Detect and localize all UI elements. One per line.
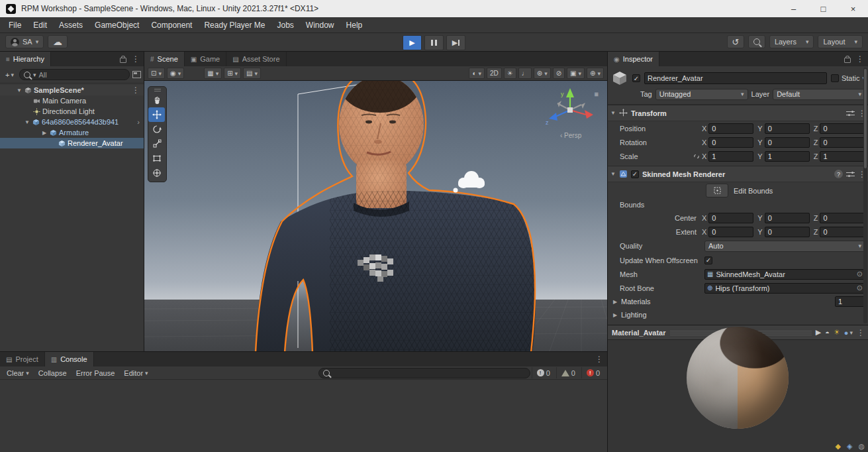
position-y-field[interactable]: 0	[765, 123, 810, 134]
extent-y-field[interactable]: 0	[765, 227, 810, 237]
tab-console[interactable]: ▥ Console	[45, 352, 94, 367]
foldout-icon[interactable]: ▼	[16, 87, 23, 93]
quality-dropdown[interactable]: Auto▾	[704, 241, 865, 252]
collapse-toggle[interactable]: Collapse	[34, 367, 71, 378]
menu-jobs[interactable]: Jobs	[271, 21, 300, 30]
scale-y-field[interactable]: 1	[765, 151, 810, 162]
editor-dropdown[interactable]: Editor ▾	[120, 367, 152, 378]
inspector-scrollbar[interactable]	[863, 68, 867, 323]
warning-count[interactable]: 0	[556, 367, 580, 378]
object-name-field[interactable]: Renderer_Avatar	[644, 72, 827, 84]
open-prefab-icon[interactable]: ›	[137, 118, 144, 126]
info-count[interactable]: ! 0	[532, 367, 555, 378]
clear-button[interactable]: Clear ▾	[3, 367, 33, 378]
presets-icon[interactable]	[846, 170, 855, 178]
rotation-y-field[interactable]: 0	[765, 137, 810, 148]
center-x-field[interactable]: 0	[708, 213, 753, 223]
extent-x-field[interactable]: 0	[708, 227, 753, 237]
rect-tool[interactable]	[148, 151, 165, 166]
skinned-mesh-renderer-header[interactable]: ▼ ✓ Skinned Mesh Renderer ? ⋮	[608, 166, 868, 182]
create-object-button[interactable]: + ▾	[3, 70, 17, 80]
lock-icon[interactable]	[120, 58, 126, 63]
panel-menu-icon[interactable]: ⋮	[132, 54, 140, 64]
transform-tool[interactable]	[148, 166, 165, 180]
extent-z-field[interactable]: 0	[820, 227, 865, 237]
move-tool[interactable]	[148, 107, 165, 122]
grid-snapping-dropdown[interactable]: ▦▾	[204, 68, 222, 79]
search-everything-button[interactable]	[748, 35, 765, 48]
perspective-label[interactable]: ‹ Persp	[560, 132, 582, 139]
hierarchy-row-prefab-root[interactable]: ▼ 64a6860e85644d3b941 ›	[0, 117, 144, 127]
hierarchy-row-scene[interactable]: ▼ SampleScene* ⋮	[0, 85, 144, 95]
view-hand-tool[interactable]	[148, 93, 165, 107]
panel-menu-icon[interactable]: ⋮	[595, 355, 603, 364]
foldout-icon[interactable]: ▼	[610, 110, 616, 116]
scale-x-field[interactable]: 1	[708, 151, 753, 162]
materials-size-field[interactable]: 1	[835, 296, 865, 307]
component-enabled-checkbox[interactable]: ✓	[631, 170, 639, 178]
menu-file[interactable]: File	[3, 21, 27, 30]
presets-icon[interactable]	[846, 109, 855, 117]
scene-visibility-toggle[interactable]: ⊘	[553, 68, 565, 79]
asset-label-icon[interactable]: ◆	[835, 442, 840, 451]
foldout-icon[interactable]: ▶	[41, 130, 48, 136]
effects-dropdown[interactable]: ⊛▾	[534, 68, 551, 79]
preview-light-button[interactable]: ☀	[834, 328, 840, 337]
scene-audio-toggle[interactable]: ♩	[518, 68, 532, 79]
panel-menu-icon[interactable]: ⋮	[856, 54, 864, 64]
cloud-services-button[interactable]: ☁	[48, 35, 68, 48]
tool-settings-dropdown[interactable]: ⊡▾	[148, 68, 165, 79]
update-when-offscreen-checkbox[interactable]: ✓	[704, 256, 712, 264]
palette-drag-handle[interactable]	[148, 87, 166, 93]
play-button[interactable]: ▶	[403, 35, 422, 50]
overlay-menu-icon[interactable]: ≡	[595, 90, 599, 98]
scene-lighting-toggle[interactable]: ☀	[504, 68, 516, 79]
center-z-field[interactable]: 0	[820, 213, 865, 223]
edit-bounds-button[interactable]	[706, 184, 728, 198]
rotation-x-field[interactable]: 0	[708, 137, 753, 148]
step-button[interactable]: ▶	[446, 35, 465, 50]
scale-tool[interactable]	[148, 137, 165, 151]
rotate-tool[interactable]	[148, 122, 165, 137]
snap-settings-dropdown[interactable]: ▤▾	[243, 68, 261, 79]
camera-settings-dropdown[interactable]: ▣▾	[567, 68, 585, 79]
menu-edit[interactable]: Edit	[27, 21, 53, 30]
pivot-rotation-dropdown[interactable]: ◉▾	[167, 68, 184, 79]
tab-asset-store[interactable]: ▤ Asset Store	[226, 52, 286, 66]
preview-material-dropdown[interactable]: ●▾	[844, 329, 853, 337]
object-picker-icon[interactable]: ⊙	[857, 270, 863, 278]
menu-component[interactable]: Component	[145, 21, 198, 30]
version-control-button[interactable]: ↺	[727, 35, 744, 48]
scale-z-field[interactable]: 1	[820, 151, 865, 162]
preview-menu-icon[interactable]: ⋮	[857, 328, 865, 337]
tab-scene[interactable]: # Scene	[144, 52, 185, 66]
hierarchy-row-renderer-avatar[interactable]: Renderer_Avatar	[0, 138, 144, 148]
tag-dropdown[interactable]: Untagged▾	[655, 89, 748, 100]
lighting-foldout[interactable]: ▶ Lighting	[608, 308, 868, 321]
lock-icon[interactable]	[844, 58, 851, 63]
tab-project[interactable]: ▤ Project	[0, 352, 45, 367]
asset-options-icon[interactable]: ◍	[858, 442, 865, 451]
increment-snap-dropdown[interactable]: ⊞▾	[224, 68, 241, 79]
minimize-button[interactable]: –	[779, 0, 808, 17]
center-y-field[interactable]: 0	[765, 213, 810, 223]
active-checkbox[interactable]: ✓	[632, 74, 640, 82]
layer-dropdown[interactable]: Default▾	[773, 89, 865, 100]
tab-game[interactable]: ▣ Game	[185, 52, 226, 66]
foldout-icon[interactable]: ▼	[24, 119, 30, 125]
layers-dropdown[interactable]: Layers ▾	[769, 35, 814, 48]
root-bone-object-field[interactable]: ⊕ Hips (Transform) ⊙	[704, 283, 865, 294]
help-icon[interactable]: ?	[834, 170, 843, 178]
pause-button[interactable]	[424, 35, 444, 50]
menu-help[interactable]: Help	[340, 21, 369, 30]
menu-assets[interactable]: Assets	[53, 21, 89, 30]
menu-ready-player-me[interactable]: Ready Player Me	[198, 21, 271, 30]
mesh-object-field[interactable]: ▦ SkinnedMesh_Avatar ⊙	[704, 269, 865, 280]
static-dropdown[interactable]: Static ▾	[831, 74, 865, 82]
foldout-icon[interactable]: ▼	[610, 171, 616, 177]
hierarchy-search-input[interactable]: ▾ All	[19, 69, 130, 80]
draw-mode-dropdown[interactable]: ◐▾	[469, 68, 485, 79]
menu-window[interactable]: Window	[300, 21, 340, 30]
scene-viewport[interactable]: y z ‹ Persp	[144, 81, 607, 351]
position-x-field[interactable]: 0	[708, 123, 753, 134]
